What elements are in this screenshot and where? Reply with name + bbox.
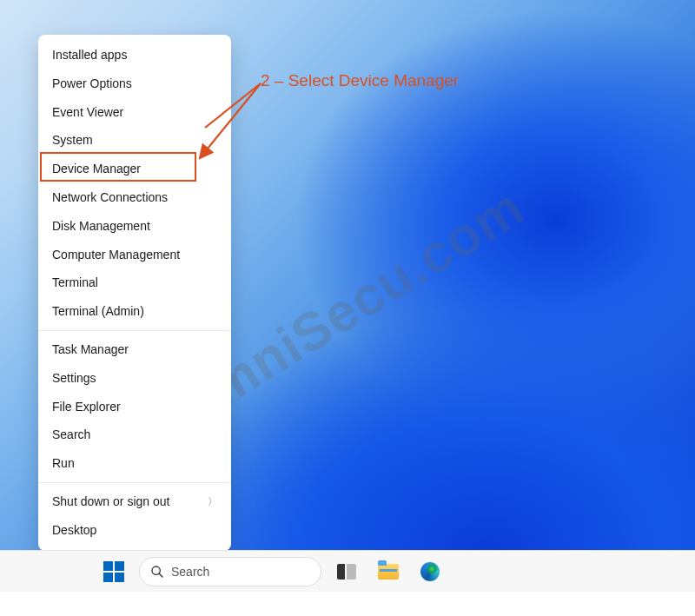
menu-item-task-manager[interactable]: Task Manager (38, 335, 231, 364)
menu-item-power-options[interactable]: Power Options (38, 70, 231, 98)
menu-item-label: Device Manager (52, 162, 141, 176)
menu-item-label: Event Viewer (52, 105, 123, 120)
menu-item-terminal-admin[interactable]: Terminal (Admin) (38, 297, 231, 326)
menu-item-label: Run (52, 456, 75, 471)
menu-item-label: Search (52, 427, 90, 442)
search-placeholder: Search (171, 565, 209, 579)
menu-item-shutdown[interactable]: Shut down or sign out 〉 (38, 487, 231, 516)
menu-item-disk-management[interactable]: Disk Management (38, 212, 231, 241)
task-view-button[interactable] (330, 555, 363, 588)
search-icon (150, 565, 164, 579)
menu-item-label: Installed apps (52, 48, 127, 63)
menu-separator (38, 330, 231, 331)
menu-item-label: Disk Management (52, 219, 150, 234)
task-view-icon (337, 564, 356, 580)
menu-item-file-explorer[interactable]: File Explorer (38, 393, 231, 421)
menu-item-label: Task Manager (52, 342, 129, 357)
menu-item-label: System (52, 133, 93, 148)
menu-item-run[interactable]: Run (38, 449, 231, 478)
menu-item-label: Shut down or sign out (52, 494, 169, 509)
menu-item-settings[interactable]: Settings (38, 364, 231, 393)
start-button[interactable] (97, 555, 130, 588)
menu-item-computer-management[interactable]: Computer Management (38, 241, 231, 269)
chevron-right-icon: 〉 (208, 496, 217, 507)
menu-item-label: Network Connections (52, 190, 168, 205)
folder-icon (378, 564, 399, 580)
menu-item-desktop[interactable]: Desktop (38, 516, 231, 545)
menu-item-event-viewer[interactable]: Event Viewer (38, 98, 231, 127)
menu-item-installed-apps[interactable]: Installed apps (38, 41, 231, 70)
edge-button[interactable] (414, 555, 447, 588)
menu-item-label: Computer Management (52, 248, 180, 262)
menu-item-device-manager[interactable]: Device Manager (38, 155, 231, 183)
bottom-margin (0, 592, 695, 616)
menu-item-system[interactable]: System (38, 126, 231, 155)
taskbar-search[interactable]: Search (139, 557, 321, 586)
taskbar: Search (0, 550, 695, 592)
annotation-step2: 2 – Select Device Manager (261, 71, 459, 90)
windows-logo-icon (103, 561, 124, 582)
svg-line-5 (159, 573, 162, 577)
menu-item-label: Terminal (52, 275, 98, 290)
menu-item-label: File Explorer (52, 400, 121, 414)
menu-item-label: Power Options (52, 76, 132, 91)
menu-item-label: Desktop (52, 523, 96, 538)
menu-item-label: Terminal (Admin) (52, 304, 144, 319)
menu-item-terminal[interactable]: Terminal (38, 268, 231, 297)
menu-item-network-connections[interactable]: Network Connections (38, 183, 231, 212)
file-explorer-button[interactable] (372, 555, 405, 588)
edge-icon (420, 562, 440, 581)
menu-item-search[interactable]: Search (38, 421, 231, 449)
menu-item-label: Settings (52, 371, 96, 386)
winx-context-menu: Installed apps Power Options Event Viewe… (38, 35, 231, 551)
menu-separator (38, 482, 231, 483)
